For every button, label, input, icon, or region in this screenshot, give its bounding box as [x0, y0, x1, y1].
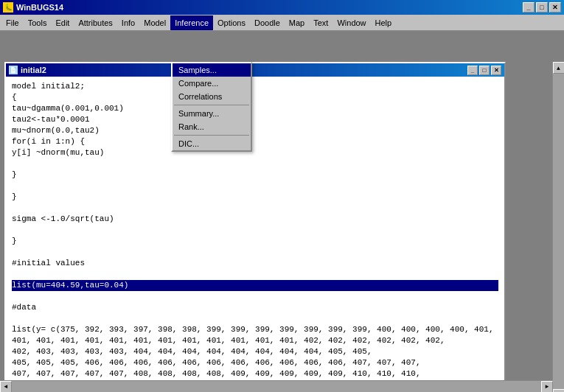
mdi-window: 📄 initial2 _ □ ✕ model initial2; { tau~d…: [4, 62, 506, 392]
close-button[interactable]: ✕: [549, 2, 561, 13]
code-line-17: #initial values: [12, 258, 498, 269]
inference-dropdown[interactable]: Samples... Compare... Correlations Summa…: [171, 62, 252, 152]
main-area: 📄 initial2 _ □ ✕ model initial2; { tau~d…: [0, 31, 564, 392]
code-line-8: [12, 158, 498, 169]
mdi-close[interactable]: ✕: [491, 66, 501, 75]
code-line-25: 402, 403, 403, 403, 403, 404, 404, 404, …: [12, 346, 498, 357]
mdi-minimize[interactable]: _: [467, 66, 478, 75]
code-line-7: y[i] ~dnorm(mu,tau): [12, 147, 498, 158]
code-line-19-highlighted: list(mu=404.59,tau=0.04): [12, 280, 498, 291]
code-area[interactable]: model initial2; { tau~dgamma(0.001,0.001…: [6, 77, 504, 392]
code-line-22: [12, 313, 498, 324]
mdi-maximize[interactable]: □: [479, 66, 490, 75]
dropdown-separator-2: [174, 135, 249, 136]
mdi-controls[interactable]: _ □ ✕: [467, 66, 501, 75]
scroll-up-button[interactable]: ▲: [553, 62, 565, 74]
scroll-right-button[interactable]: ►: [541, 381, 553, 393]
code-line-14: [12, 225, 498, 236]
menu-doodle[interactable]: Doodle: [250, 15, 285, 30]
code-line-13: sigma <-1.0/sqrt(tau): [12, 214, 498, 225]
scroll-left-button[interactable]: ◄: [0, 381, 12, 393]
code-line-1: model initial2;: [12, 81, 498, 92]
app-title: WinBUGS14: [16, 3, 63, 12]
dropdown-dic[interactable]: DIC...: [173, 137, 251, 150]
mdi-title-left: 📄 initial2: [9, 66, 46, 74]
code-line-9: }: [12, 169, 498, 181]
code-line-12: [12, 203, 498, 214]
title-bar-left: 🐛 WinBUGS14: [3, 2, 63, 13]
code-line-15: }: [12, 236, 498, 247]
mdi-title-bar: 📄 initial2 _ □ ✕: [6, 63, 504, 77]
code-line-5: mu~dnorm(0.0,tau2): [12, 125, 498, 136]
menu-map[interactable]: Map: [285, 15, 309, 30]
minimize-button[interactable]: _: [523, 2, 535, 13]
code-line-27: 407, 407, 407, 407, 407, 408, 408, 408, …: [12, 368, 498, 379]
menu-info[interactable]: Info: [117, 15, 139, 30]
code-line-4: tau2<-tau*0.0001: [12, 114, 498, 125]
menu-text[interactable]: Text: [309, 15, 333, 30]
menu-file[interactable]: File: [1, 15, 24, 30]
code-line-6: for(i in 1:n) {: [12, 136, 498, 147]
menu-options[interactable]: Options: [213, 15, 250, 30]
title-bar-controls[interactable]: _ □ ✕: [523, 2, 561, 13]
code-line-10: [12, 181, 498, 192]
dropdown-rank[interactable]: Rank...: [173, 120, 251, 133]
code-line-26: 405, 405, 405, 406, 406, 406, 406, 406, …: [12, 357, 498, 368]
dropdown-summary[interactable]: Summary...: [173, 107, 251, 120]
menu-model[interactable]: Model: [139, 15, 170, 30]
code-line-23: list(y= c(375, 392, 393, 397, 398, 398, …: [12, 324, 498, 335]
menu-edit[interactable]: Edit: [51, 15, 74, 30]
app-icon: 🐛: [3, 2, 13, 13]
code-line-2: {: [12, 92, 498, 103]
menu-window[interactable]: Window: [333, 15, 370, 30]
maximize-button[interactable]: □: [536, 2, 548, 13]
code-line-21: #data: [12, 302, 498, 313]
mdi-title: initial2: [21, 66, 46, 74]
dropdown-correlations[interactable]: Correlations: [173, 90, 251, 103]
code-line-20: [12, 291, 498, 302]
title-bar: 🐛 WinBUGS14 _ □ ✕: [0, 0, 564, 15]
dropdown-samples[interactable]: Samples...: [173, 63, 251, 77]
code-line-24: 401, 401, 401, 401, 401, 401, 401, 401, …: [12, 335, 498, 346]
dropdown-compare[interactable]: Compare...: [173, 77, 251, 90]
scroll-down-button[interactable]: ▼: [553, 389, 565, 392]
right-scrollbar[interactable]: ▲ ▼: [552, 62, 564, 392]
mdi-icon: 📄: [9, 66, 18, 74]
menu-tools[interactable]: Tools: [24, 15, 52, 30]
menu-help[interactable]: Help: [371, 15, 397, 30]
scroll-track-bottom[interactable]: [12, 381, 541, 393]
code-line-18: [12, 269, 498, 280]
menu-inference[interactable]: Inference: [170, 15, 213, 30]
code-line-16: [12, 247, 498, 258]
scroll-track-right[interactable]: [553, 74, 565, 389]
code-line-11: }: [12, 192, 498, 203]
menu-attributes[interactable]: Attributes: [74, 15, 116, 30]
bottom-scrollbar[interactable]: ◄ ►: [0, 380, 553, 392]
menu-bar: File Tools Edit Attributes Info Model In…: [0, 15, 564, 31]
code-line-3: tau~dgamma(0.001,0.001): [12, 103, 498, 114]
dropdown-separator-1: [174, 105, 249, 105]
